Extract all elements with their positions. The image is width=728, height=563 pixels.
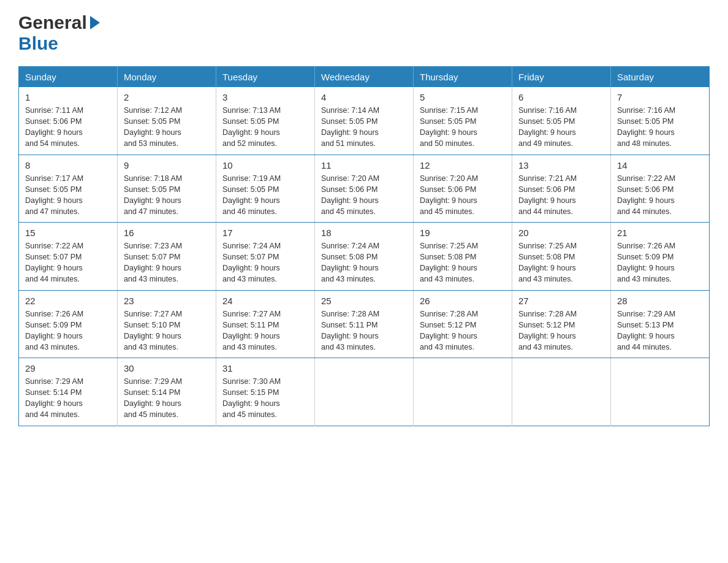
day-info: Sunrise: 7:14 AMSunset: 5:05 PMDaylight:…: [321, 106, 379, 148]
day-number: 15: [25, 228, 111, 238]
calendar-cell: [414, 358, 512, 426]
day-number: 4: [321, 92, 407, 102]
weekday-header-sunday: Sunday: [19, 67, 118, 88]
calendar-cell: [512, 358, 611, 426]
calendar-cell: 22 Sunrise: 7:26 AMSunset: 5:09 PMDaylig…: [19, 290, 118, 358]
logo-arrow-icon: [89, 16, 100, 32]
day-number: 22: [25, 296, 111, 306]
calendar-cell: 29 Sunrise: 7:29 AMSunset: 5:14 PMDaylig…: [19, 358, 118, 426]
calendar-cell: 10 Sunrise: 7:19 AMSunset: 5:05 PMDaylig…: [216, 155, 315, 223]
calendar-cell: 7 Sunrise: 7:16 AMSunset: 5:05 PMDayligh…: [611, 87, 710, 155]
weekday-header-monday: Monday: [118, 67, 216, 88]
day-number: 14: [617, 160, 703, 170]
calendar-cell: 23 Sunrise: 7:27 AMSunset: 5:10 PMDaylig…: [118, 290, 216, 358]
weekday-header-wednesday: Wednesday: [315, 67, 414, 88]
day-number: 20: [518, 228, 604, 238]
svg-marker-0: [90, 16, 100, 29]
calendar-cell: 18 Sunrise: 7:24 AMSunset: 5:08 PMDaylig…: [315, 223, 414, 291]
day-number: 1: [25, 92, 111, 102]
day-number: 24: [222, 296, 308, 306]
day-info: Sunrise: 7:29 AMSunset: 5:13 PMDaylight:…: [617, 310, 675, 351]
day-number: 12: [420, 160, 506, 170]
weekday-header-row: SundayMondayTuesdayWednesdayThursdayFrid…: [19, 67, 710, 88]
day-number: 6: [518, 92, 604, 102]
weekday-header-saturday: Saturday: [611, 67, 710, 88]
logo-general: General: [18, 12, 87, 33]
calendar-cell: 21 Sunrise: 7:26 AMSunset: 5:09 PMDaylig…: [611, 223, 710, 291]
calendar-week-row-3: 15 Sunrise: 7:22 AMSunset: 5:07 PMDaylig…: [19, 223, 710, 291]
calendar-week-row-5: 29 Sunrise: 7:29 AMSunset: 5:14 PMDaylig…: [19, 358, 710, 426]
calendar-cell: 30 Sunrise: 7:29 AMSunset: 5:14 PMDaylig…: [118, 358, 216, 426]
day-number: 8: [25, 160, 111, 170]
day-number: 18: [321, 228, 407, 238]
day-number: 3: [222, 92, 308, 102]
day-number: 5: [420, 92, 506, 102]
day-number: 7: [617, 92, 703, 102]
calendar-cell: [315, 358, 414, 426]
calendar-cell: 16 Sunrise: 7:23 AMSunset: 5:07 PMDaylig…: [118, 223, 216, 291]
day-info: Sunrise: 7:29 AMSunset: 5:14 PMDaylight:…: [124, 377, 182, 419]
calendar-cell: 1 Sunrise: 7:11 AMSunset: 5:06 PMDayligh…: [19, 87, 118, 155]
day-info: Sunrise: 7:20 AMSunset: 5:06 PMDaylight:…: [420, 174, 478, 216]
calendar-cell: [611, 358, 710, 426]
day-number: 19: [420, 228, 506, 238]
calendar-cell: 24 Sunrise: 7:27 AMSunset: 5:11 PMDaylig…: [216, 290, 315, 358]
day-info: Sunrise: 7:24 AMSunset: 5:08 PMDaylight:…: [321, 242, 379, 283]
day-info: Sunrise: 7:23 AMSunset: 5:07 PMDaylight:…: [124, 242, 182, 283]
calendar-cell: 15 Sunrise: 7:22 AMSunset: 5:07 PMDaylig…: [19, 223, 118, 291]
day-info: Sunrise: 7:11 AMSunset: 5:06 PMDaylight:…: [25, 106, 83, 148]
calendar-cell: 17 Sunrise: 7:24 AMSunset: 5:07 PMDaylig…: [216, 223, 315, 291]
calendar-cell: 12 Sunrise: 7:20 AMSunset: 5:06 PMDaylig…: [414, 155, 512, 223]
calendar-table: SundayMondayTuesdayWednesdayThursdayFrid…: [18, 66, 710, 426]
day-number: 21: [617, 228, 703, 238]
day-info: Sunrise: 7:16 AMSunset: 5:05 PMDaylight:…: [518, 106, 577, 148]
day-info: Sunrise: 7:16 AMSunset: 5:05 PMDaylight:…: [617, 106, 675, 148]
day-info: Sunrise: 7:19 AMSunset: 5:05 PMDaylight:…: [222, 174, 281, 216]
day-info: Sunrise: 7:25 AMSunset: 5:08 PMDaylight:…: [518, 242, 577, 283]
calendar-cell: 2 Sunrise: 7:12 AMSunset: 5:05 PMDayligh…: [118, 87, 216, 155]
calendar-cell: 27 Sunrise: 7:28 AMSunset: 5:12 PMDaylig…: [512, 290, 611, 358]
calendar-cell: 4 Sunrise: 7:14 AMSunset: 5:05 PMDayligh…: [315, 87, 414, 155]
calendar-cell: 8 Sunrise: 7:17 AMSunset: 5:05 PMDayligh…: [19, 155, 118, 223]
day-info: Sunrise: 7:15 AMSunset: 5:05 PMDaylight:…: [420, 106, 478, 148]
calendar-cell: 28 Sunrise: 7:29 AMSunset: 5:13 PMDaylig…: [611, 290, 710, 358]
day-info: Sunrise: 7:30 AMSunset: 5:15 PMDaylight:…: [222, 377, 281, 419]
page-header: General Blue: [18, 12, 710, 54]
calendar-cell: 9 Sunrise: 7:18 AMSunset: 5:05 PMDayligh…: [118, 155, 216, 223]
logo-blue: Blue: [18, 33, 58, 53]
day-number: 23: [124, 296, 210, 306]
calendar-cell: 13 Sunrise: 7:21 AMSunset: 5:06 PMDaylig…: [512, 155, 611, 223]
day-info: Sunrise: 7:12 AMSunset: 5:05 PMDaylight:…: [124, 106, 182, 148]
day-number: 30: [124, 363, 210, 373]
day-number: 26: [420, 296, 506, 306]
day-info: Sunrise: 7:28 AMSunset: 5:11 PMDaylight:…: [321, 310, 379, 351]
day-info: Sunrise: 7:29 AMSunset: 5:14 PMDaylight:…: [25, 377, 83, 419]
weekday-header-tuesday: Tuesday: [216, 67, 315, 88]
day-info: Sunrise: 7:22 AMSunset: 5:06 PMDaylight:…: [617, 174, 675, 216]
day-info: Sunrise: 7:25 AMSunset: 5:08 PMDaylight:…: [420, 242, 478, 283]
day-number: 2: [124, 92, 210, 102]
day-number: 11: [321, 160, 407, 170]
calendar-cell: 14 Sunrise: 7:22 AMSunset: 5:06 PMDaylig…: [611, 155, 710, 223]
day-info: Sunrise: 7:26 AMSunset: 5:09 PMDaylight:…: [617, 242, 675, 283]
calendar-week-row-2: 8 Sunrise: 7:17 AMSunset: 5:05 PMDayligh…: [19, 155, 710, 223]
day-info: Sunrise: 7:27 AMSunset: 5:11 PMDaylight:…: [222, 310, 281, 351]
day-number: 17: [222, 228, 308, 238]
day-number: 9: [124, 160, 210, 170]
calendar-cell: 11 Sunrise: 7:20 AMSunset: 5:06 PMDaylig…: [315, 155, 414, 223]
logo: General Blue: [18, 12, 100, 54]
day-info: Sunrise: 7:17 AMSunset: 5:05 PMDaylight:…: [25, 174, 83, 216]
day-info: Sunrise: 7:28 AMSunset: 5:12 PMDaylight:…: [420, 310, 478, 351]
day-info: Sunrise: 7:18 AMSunset: 5:05 PMDaylight:…: [124, 174, 182, 216]
weekday-header-thursday: Thursday: [414, 67, 512, 88]
calendar-cell: 26 Sunrise: 7:28 AMSunset: 5:12 PMDaylig…: [414, 290, 512, 358]
day-info: Sunrise: 7:28 AMSunset: 5:12 PMDaylight:…: [518, 310, 577, 351]
day-number: 27: [518, 296, 604, 306]
calendar-cell: 20 Sunrise: 7:25 AMSunset: 5:08 PMDaylig…: [512, 223, 611, 291]
day-info: Sunrise: 7:13 AMSunset: 5:05 PMDaylight:…: [222, 106, 281, 148]
day-number: 16: [124, 228, 210, 238]
calendar-cell: 19 Sunrise: 7:25 AMSunset: 5:08 PMDaylig…: [414, 223, 512, 291]
day-info: Sunrise: 7:21 AMSunset: 5:06 PMDaylight:…: [518, 174, 577, 216]
day-number: 25: [321, 296, 407, 306]
day-info: Sunrise: 7:27 AMSunset: 5:10 PMDaylight:…: [124, 310, 182, 351]
